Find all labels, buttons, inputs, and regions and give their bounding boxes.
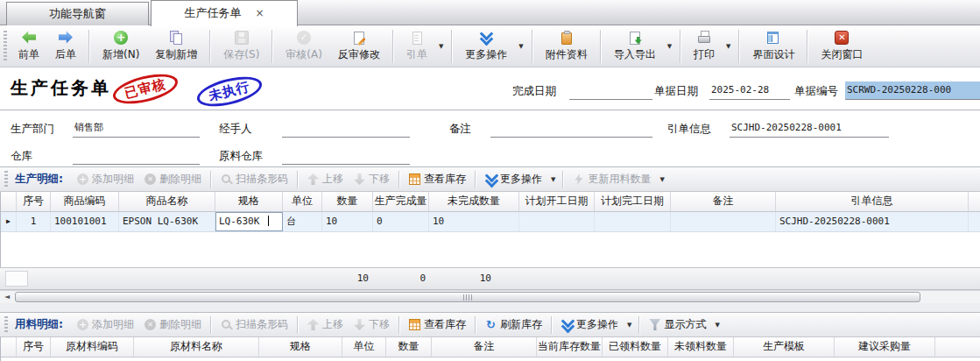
pd-delete-detail-button[interactable]: 删除明细: [139, 170, 207, 188]
tab-close-icon[interactable]: ×: [255, 7, 264, 19]
app-window: 功能导航窗 生产任务单× 前单后单新增(N)复制新增保存(S)审核(A)反审修改…: [0, 0, 980, 361]
ref-order-field[interactable]: SCJHD-20250228-0001: [730, 119, 889, 138]
doc-number-field[interactable]: SCRWD-20250228-000: [845, 81, 980, 100]
column-header[interactable]: 单位: [342, 337, 386, 357]
remark-field[interactable]: [490, 119, 652, 138]
md-add-detail-button[interactable]: 添加明细: [72, 315, 139, 334]
md-move-down-button[interactable]: 下移: [349, 315, 395, 334]
pd-scan-barcode-button[interactable]: 扫描条形码: [215, 170, 293, 188]
column-header[interactable]: 商品名称: [119, 192, 215, 211]
row-marker-header: [1, 337, 17, 357]
column-header[interactable]: 生产完成量: [373, 192, 429, 211]
main-more-actions-button[interactable]: 更多操作: [457, 29, 515, 64]
doc-date-field[interactable]: 2025-02-28: [709, 81, 790, 100]
dropdown-arrow-icon[interactable]: ▼: [515, 43, 526, 50]
column-header[interactable]: 原材料编码: [51, 337, 134, 357]
pd-view-stock-button[interactable]: 查看库存: [404, 170, 471, 188]
md-delete-detail-button[interactable]: 删除明细: [139, 315, 207, 334]
scrollbar-thumb[interactable]: [15, 292, 920, 302]
main-import-export-button[interactable]: 导入导出: [606, 29, 664, 64]
column-header[interactable]: 单位: [283, 192, 322, 211]
main-pull-order-button[interactable]: 引单: [398, 29, 435, 64]
main-prev-order-button[interactable]: 前单: [11, 29, 47, 64]
tab-label: 功能导航窗: [49, 7, 106, 20]
main-print-button[interactable]: 打印: [686, 29, 723, 64]
main-audit-button[interactable]: 审核(A): [278, 29, 330, 64]
column-header[interactable]: 序号: [17, 192, 51, 211]
horizontal-scrollbar[interactable]: ◄: [0, 290, 980, 303]
main-attachments-button[interactable]: 附件资料: [538, 29, 596, 64]
dropdown-arrow-icon[interactable]: ▼: [547, 176, 559, 183]
md-scan-barcode-button[interactable]: 扫描条形码: [215, 315, 293, 334]
doc-date-label: 单据日期: [654, 84, 698, 99]
column-header[interactable]: 计划完工日期: [595, 192, 671, 211]
column-header[interactable]: 未完成数量: [429, 192, 519, 211]
scroll-left-button[interactable]: ◄: [0, 291, 14, 303]
printer-icon: [697, 31, 711, 45]
pd-move-up-button[interactable]: 上移: [302, 170, 349, 188]
column-header[interactable]: 商品编码: [51, 192, 119, 211]
column-header[interactable]: 已领料数量: [603, 337, 668, 357]
table-cell: [671, 212, 776, 231]
tab-production-task-order[interactable]: 生产任务单×: [151, 0, 298, 26]
md-view-stock-button[interactable]: 查看库存: [404, 315, 471, 334]
column-header[interactable]: 生: [969, 192, 980, 211]
main-copy-new-button[interactable]: 复制新增: [147, 29, 205, 64]
column-header[interactable]: 数量: [322, 192, 373, 211]
production-toolbar-buttons: 添加明细删除明细扫描条形码上移下移查看库存更多操作▼更新用料数量▼: [72, 170, 668, 188]
pd-move-down-button[interactable]: 下移: [349, 170, 395, 188]
dropdown-arrow-icon[interactable]: ▼: [624, 322, 635, 329]
material-warehouse-field[interactable]: [282, 146, 410, 165]
tab-function-navigation[interactable]: 功能导航窗: [6, 2, 149, 25]
main-separator: [738, 30, 740, 63]
main-ui-design-button[interactable]: 界面设计: [744, 29, 802, 64]
dropdown-arrow-icon[interactable]: ▼: [435, 43, 447, 50]
column-header[interactable]: 备注: [432, 337, 537, 357]
pd-move-down-label: 下移: [369, 172, 390, 187]
column-header[interactable]: 引单信息: [776, 192, 969, 211]
dropdown-arrow-icon[interactable]: ▼: [664, 43, 675, 50]
summary-completed: 0: [403, 273, 426, 284]
production-dept-field[interactable]: 销售部: [73, 119, 200, 138]
column-header[interactable]: 原材料名称: [134, 337, 259, 357]
column-header[interactable]: 数量: [386, 337, 432, 357]
section-splitter[interactable]: [0, 303, 980, 312]
md-more-actions-button[interactable]: 更多操作: [556, 315, 624, 334]
main-pull-order-label: 引单: [406, 47, 427, 62]
dropdown-arrow-icon[interactable]: ▼: [711, 322, 723, 329]
column-header[interactable]: 计划开工日期: [519, 192, 595, 211]
dropdown-arrow-icon[interactable]: ▼: [723, 43, 734, 50]
md-move-up-button[interactable]: 上移: [302, 315, 349, 334]
table-row[interactable]: ▶1100101001EPSON LQ-630KLQ-630K台10010SCJ…: [1, 212, 980, 232]
column-header[interactable]: 建议采购量: [835, 337, 935, 357]
material-detail-table: 序号原材料编码原材料名称规格单位数量备注当前库存数量已领料数量未领料数量生产模板…: [0, 337, 980, 361]
dropdown-arrow-icon[interactable]: ▼: [656, 176, 667, 183]
column-header[interactable]: 备注: [671, 192, 776, 211]
column-header[interactable]: 未领料数量: [668, 337, 734, 357]
main-copy-new-label: 复制新增: [155, 47, 197, 62]
handler-field[interactable]: [282, 119, 410, 138]
main-add-new-button[interactable]: 新增(N): [95, 29, 147, 64]
column-header[interactable]: 当前库存数量: [537, 337, 603, 357]
arrow-down-icon: [354, 319, 365, 330]
pd-more-actions-button[interactable]: 更多操作: [480, 170, 547, 188]
row-marker-cell: ▶: [1, 212, 17, 231]
main-next-order-button[interactable]: 后单: [47, 29, 84, 64]
column-header[interactable]: [935, 337, 980, 357]
pd-update-material-qty-button[interactable]: 更新用料数量: [568, 170, 656, 188]
md-display-mode-button[interactable]: 显示方式: [644, 315, 711, 334]
column-header[interactable]: 生产模板: [734, 337, 835, 357]
main-close-window-button[interactable]: 关闭窗口: [813, 29, 871, 64]
pd-add-detail-button[interactable]: 添加明细: [72, 170, 139, 188]
stamp-not-executed: 未执行: [194, 71, 265, 112]
finish-date-field[interactable]: [569, 81, 652, 100]
main-save-button[interactable]: 保存(S): [215, 29, 267, 64]
md-refresh-stock-button[interactable]: 刷新库存: [480, 315, 547, 334]
pd-separator: [562, 171, 564, 188]
column-header[interactable]: 序号: [17, 337, 51, 357]
column-header[interactable]: 规格: [215, 192, 283, 211]
column-header[interactable]: 规格: [259, 337, 342, 357]
warehouse-field[interactable]: [73, 146, 200, 165]
editing-cell[interactable]: LQ-630K: [215, 212, 283, 231]
main-reverse-audit-modify-button[interactable]: 反审修改: [330, 29, 388, 64]
